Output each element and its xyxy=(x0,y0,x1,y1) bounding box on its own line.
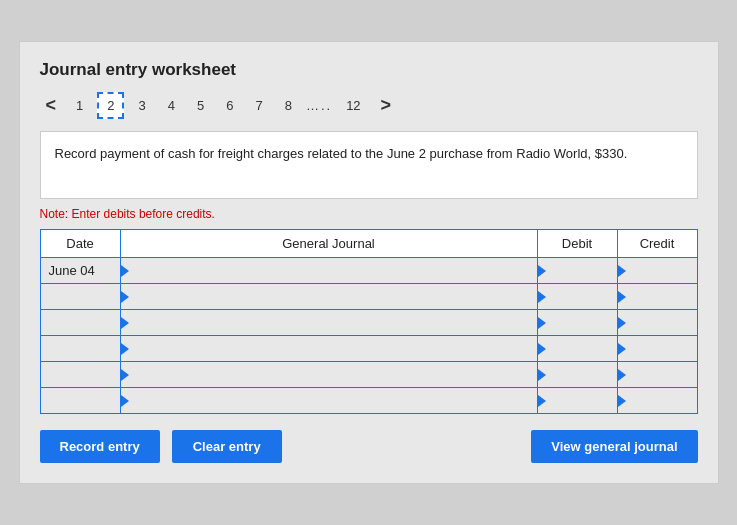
debit-input-3[interactable] xyxy=(544,341,611,356)
description-box: Record payment of cash for freight charg… xyxy=(40,131,698,199)
view-general-journal-button[interactable]: View general journal xyxy=(531,430,697,463)
date-cell-0: June 04 xyxy=(40,258,120,284)
page-12[interactable]: 12 xyxy=(338,94,368,117)
pagination: < 1 2 3 4 5 6 7 8 ….. 12 > xyxy=(40,92,698,119)
debit-cell-4[interactable] xyxy=(537,362,617,388)
debit-input-5[interactable] xyxy=(544,393,611,408)
col-credit: Credit xyxy=(617,230,697,258)
date-cell-3 xyxy=(40,336,120,362)
general-input-5[interactable] xyxy=(127,393,531,408)
credit-input-4[interactable] xyxy=(624,367,691,382)
credit-input-1[interactable] xyxy=(624,289,691,304)
general-input-1[interactable] xyxy=(127,289,531,304)
debit-cell-5[interactable] xyxy=(537,388,617,414)
next-button[interactable]: > xyxy=(375,93,398,118)
page-2[interactable]: 2 xyxy=(97,92,124,119)
page-dots: ….. xyxy=(306,98,332,113)
table-row xyxy=(40,388,697,414)
clear-entry-button[interactable]: Clear entry xyxy=(172,430,282,463)
general-input-0[interactable] xyxy=(127,263,531,278)
debit-input-2[interactable] xyxy=(544,315,611,330)
col-date: Date xyxy=(40,230,120,258)
col-general: General Journal xyxy=(120,230,537,258)
credit-cell-0[interactable] xyxy=(617,258,697,284)
page-3[interactable]: 3 xyxy=(130,94,153,117)
credit-cell-3[interactable] xyxy=(617,336,697,362)
general-cell-4[interactable] xyxy=(120,362,537,388)
page-4[interactable]: 4 xyxy=(160,94,183,117)
credit-cell-4[interactable] xyxy=(617,362,697,388)
buttons-row: Record entry Clear entry View general jo… xyxy=(40,430,698,463)
date-cell-4 xyxy=(40,362,120,388)
credit-cell-2[interactable] xyxy=(617,310,697,336)
table-row xyxy=(40,310,697,336)
general-cell-2[interactable] xyxy=(120,310,537,336)
debit-input-0[interactable] xyxy=(544,263,611,278)
debit-cell-3[interactable] xyxy=(537,336,617,362)
credit-input-0[interactable] xyxy=(624,263,691,278)
credit-cell-5[interactable] xyxy=(617,388,697,414)
debit-input-4[interactable] xyxy=(544,367,611,382)
credit-input-2[interactable] xyxy=(624,315,691,330)
prev-button[interactable]: < xyxy=(40,93,63,118)
general-input-2[interactable] xyxy=(127,315,531,330)
page-title: Journal entry worksheet xyxy=(40,60,698,80)
general-input-4[interactable] xyxy=(127,367,531,382)
debit-cell-1[interactable] xyxy=(537,284,617,310)
table-row xyxy=(40,362,697,388)
credit-cell-1[interactable] xyxy=(617,284,697,310)
table-row xyxy=(40,284,697,310)
debit-input-1[interactable] xyxy=(544,289,611,304)
journal-table: Date General Journal Debit Credit June 0… xyxy=(40,229,698,414)
record-entry-button[interactable]: Record entry xyxy=(40,430,160,463)
col-debit: Debit xyxy=(537,230,617,258)
general-input-3[interactable] xyxy=(127,341,531,356)
credit-input-3[interactable] xyxy=(624,341,691,356)
worksheet-container: Journal entry worksheet < 1 2 3 4 5 6 7 … xyxy=(19,41,719,484)
general-cell-3[interactable] xyxy=(120,336,537,362)
page-8[interactable]: 8 xyxy=(277,94,300,117)
page-7[interactable]: 7 xyxy=(247,94,270,117)
note-text: Note: Enter debits before credits. xyxy=(40,207,698,221)
date-cell-2 xyxy=(40,310,120,336)
date-cell-1 xyxy=(40,284,120,310)
debit-cell-2[interactable] xyxy=(537,310,617,336)
general-cell-1[interactable] xyxy=(120,284,537,310)
credit-input-5[interactable] xyxy=(624,393,691,408)
general-cell-0[interactable] xyxy=(120,258,537,284)
table-row: June 04 xyxy=(40,258,697,284)
date-cell-5 xyxy=(40,388,120,414)
debit-cell-0[interactable] xyxy=(537,258,617,284)
table-row xyxy=(40,336,697,362)
page-6[interactable]: 6 xyxy=(218,94,241,117)
page-1[interactable]: 1 xyxy=(68,94,91,117)
general-cell-5[interactable] xyxy=(120,388,537,414)
page-5[interactable]: 5 xyxy=(189,94,212,117)
